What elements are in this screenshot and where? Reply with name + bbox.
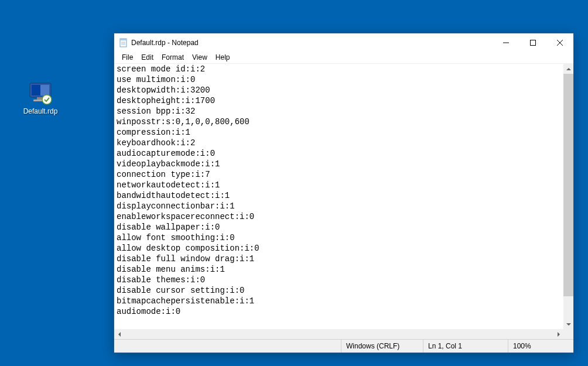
menu-edit[interactable]: Edit [137,52,158,63]
notepad-window: Default.rdp - Notepad File Edit Format V… [114,33,574,353]
svg-point-5 [42,95,52,104]
titlebar[interactable]: Default.rdp - Notepad [114,33,573,52]
window-title: Default.rdp - Notepad [131,39,493,47]
notepad-icon [119,38,128,47]
maximize-button[interactable] [519,34,546,52]
menubar: File Edit Format View Help [114,52,573,63]
scroll-corner [563,329,573,339]
editor-area: screen mode id:i:2 use multimon:i:0 desk… [114,63,573,329]
status-position: Ln 1, Col 1 [423,340,508,353]
horizontal-scroll-track[interactable] [124,329,553,339]
rdp-file-icon [26,82,54,105]
window-controls [493,34,573,52]
desktop-icon-default-rdp[interactable]: Default.rdp [20,82,61,115]
scroll-right-arrow-icon[interactable] [553,329,563,339]
scroll-left-arrow-icon[interactable] [114,329,124,339]
menu-format[interactable]: Format [158,52,188,63]
svg-rect-2 [32,85,40,95]
close-button[interactable] [546,34,573,52]
scroll-down-arrow-icon[interactable] [563,319,573,329]
statusbar-spacer [114,340,341,353]
desktop-icon-label: Default.rdp [20,107,61,115]
vertical-scrollbar[interactable] [563,64,573,329]
horizontal-scrollbar[interactable] [114,329,573,339]
status-zoom: 100% [508,340,573,353]
svg-rect-12 [531,40,536,45]
text-content[interactable]: screen mode id:i:2 use multimon:i:0 desk… [114,64,563,329]
minimize-button[interactable] [493,34,519,52]
scroll-up-arrow-icon[interactable] [563,64,573,74]
menu-file[interactable]: File [118,52,137,63]
status-encoding: Windows (CRLF) [341,340,423,353]
menu-view[interactable]: View [188,52,211,63]
menu-help[interactable]: Help [211,52,234,63]
svg-rect-7 [120,39,127,40]
statusbar: Windows (CRLF) Ln 1, Col 1 100% [114,339,573,353]
vertical-scroll-thumb[interactable] [563,74,573,296]
